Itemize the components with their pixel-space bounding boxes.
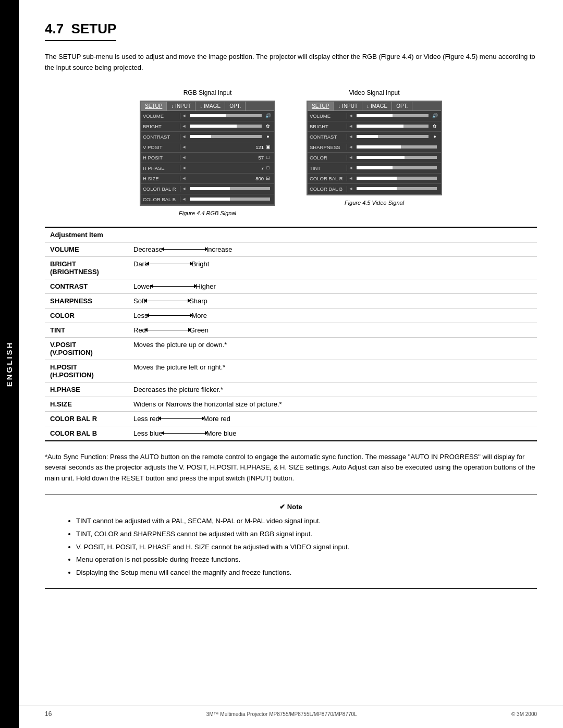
video-row-tint: TINT ◄ xyxy=(308,163,441,174)
rgb-row-vposit: V POSIT ◄ 121 ▣ xyxy=(141,142,274,153)
video-figure-caption: Figure 4.5 Video Signal xyxy=(345,200,404,206)
video-menu-tabs: SETUP ↓ INPUT ↓ IMAGE OPT. xyxy=(308,102,441,111)
auto-sync-paragraph: *Auto Sync Function: Press the AUTO butt… xyxy=(45,452,537,484)
table-row: SHARPNESS Soft Sharp xyxy=(45,293,537,308)
side-tab: ENGLISH xyxy=(0,0,19,728)
video-row-colorbalr: COLOR BAL R ◄ xyxy=(308,174,441,184)
desc-colorbalr: Less red More red xyxy=(128,411,537,426)
video-top-label: Video Signal Input xyxy=(349,89,399,96)
desc-sharpness: Soft Sharp xyxy=(128,293,537,308)
desc-colorbalb: Less blue More blue xyxy=(128,426,537,441)
item-hposit: H.POSIT(H.POSITION) xyxy=(45,360,128,382)
rgb-row-contrast: CONTRAST ◄ ● xyxy=(141,132,274,142)
rgb-row-hphase: H PHASE ◄ 7 □ xyxy=(141,163,274,174)
rgb-tab-image: ↓ IMAGE xyxy=(195,102,225,110)
item-tint: TINT xyxy=(45,323,128,337)
col-header-item: Adjustment Item xyxy=(45,227,128,242)
table-row: BRIGHT(BRIGHTNESS) Dark Bright xyxy=(45,256,537,279)
footer-product-info: 3M™ Multimedia Projector MP8755/MP8755L/… xyxy=(206,711,357,717)
item-colorbalr: COLOR BAL R xyxy=(45,411,128,426)
desc-volume: Decrease Increase xyxy=(128,242,537,256)
video-tab-opt: OPT. xyxy=(392,102,412,110)
video-row-bright: BRIGHT ◄ ✿ xyxy=(308,121,441,132)
page-title: 4.7 SETUP xyxy=(45,21,537,52)
rgb-top-label: RGB Signal Input xyxy=(183,89,232,96)
rgb-menu-tabs: SETUP ↓ INPUT ↓ IMAGE OPT. xyxy=(141,102,274,111)
item-sharpness: SHARPNESS xyxy=(45,293,128,308)
desc-hphase: Decreases the picture flicker.* xyxy=(128,382,537,397)
table-row: H.PHASE Decreases the picture flicker.* xyxy=(45,382,537,397)
footer-page-number: 16 xyxy=(45,710,52,718)
rgb-row-colorbalb: COLOR BAL B ◄ xyxy=(141,194,274,205)
item-colorbalb: COLOR BAL B xyxy=(45,426,128,441)
rgb-figure-caption: Figure 4.4 RGB Signal xyxy=(179,210,236,216)
rgb-figure-container: RGB Signal Input SETUP ↓ INPUT ↓ IMAGE O… xyxy=(140,89,275,216)
table-row: COLOR Less More xyxy=(45,308,537,323)
table-row: COLOR BAL B Less blue More blue xyxy=(45,426,537,441)
item-color: COLOR xyxy=(45,308,128,323)
video-row-sharpness: SHARPNESS ◄ xyxy=(308,142,441,153)
item-bright: BRIGHT(BRIGHTNESS) xyxy=(45,256,128,279)
desc-color: Less More xyxy=(128,308,537,323)
section-number: 4.7 xyxy=(45,21,64,36)
video-proj-menu: SETUP ↓ INPUT ↓ IMAGE OPT. VOLUME ◄ 🔊 BR… xyxy=(307,101,442,195)
video-row-colorbalb: COLOR BAL B ◄ xyxy=(308,184,441,194)
table-row: H.SIZE Widens or Narrows the horizontal … xyxy=(45,397,537,411)
rgb-row-hsize: H SIZE ◄ 800 ⊟ xyxy=(141,174,274,184)
note-title: ✔ Note xyxy=(66,503,516,511)
rgb-row-colorbalr: COLOR BAL R ◄ xyxy=(141,184,274,194)
video-row-color: COLOR ◄ xyxy=(308,153,441,163)
desc-vposit: Moves the picture up or down.* xyxy=(128,337,537,360)
item-volume: VOLUME xyxy=(45,242,128,256)
rgb-row-volume: VOLUME ◄ 🔊 xyxy=(141,111,274,121)
table-row: CONTRAST Lower Higher xyxy=(45,279,537,293)
desc-tint: Red Green xyxy=(128,323,537,337)
desc-contrast: Lower Higher xyxy=(128,279,537,293)
side-tab-label: ENGLISH xyxy=(5,341,14,387)
rgb-row-hposit: H POSIT ◄ 57 □ xyxy=(141,153,274,163)
adjustment-table-section: Adjustment Item VOLUME Decrease Increase… xyxy=(45,227,537,441)
figures-section: RGB Signal Input SETUP ↓ INPUT ↓ IMAGE O… xyxy=(45,89,537,216)
note-box: ✔ Note TINT cannot be adjusted with a PA… xyxy=(45,495,537,589)
video-row-contrast: CONTRAST ◄ ● xyxy=(308,132,441,142)
desc-hposit: Moves the picture left or right.* xyxy=(128,360,537,382)
rgb-proj-menu: SETUP ↓ INPUT ↓ IMAGE OPT. VOLUME ◄ 🔊 BR… xyxy=(140,101,275,206)
col-header-desc xyxy=(128,227,537,242)
table-row: V.POSIT(V.POSITION) Moves the picture up… xyxy=(45,337,537,360)
table-row: H.POSIT(H.POSITION) Moves the picture le… xyxy=(45,360,537,382)
list-item: Displaying the Setup menu will cancel th… xyxy=(76,567,516,578)
video-figure-container: Video Signal Input SETUP ↓ INPUT ↓ IMAGE… xyxy=(307,89,442,216)
rgb-tab-input: ↓ INPUT xyxy=(167,102,195,110)
table-row: TINT Red Green xyxy=(45,323,537,337)
video-row-volume: VOLUME ◄ 🔊 xyxy=(308,111,441,121)
list-item: V. POSIT, H. POSIT, H. PHASE and H. SIZE… xyxy=(76,542,516,553)
video-tab-input: ↓ INPUT xyxy=(334,102,362,110)
intro-paragraph: The SETUP sub-menu is used to adjust and… xyxy=(45,52,537,73)
main-content: 4.7 SETUP The SETUP sub-menu is used to … xyxy=(19,0,563,620)
item-contrast: CONTRAST xyxy=(45,279,128,293)
desc-bright: Dark Bright xyxy=(128,256,537,279)
footer-copyright: © 3M 2000 xyxy=(511,711,537,717)
list-item: TINT, COLOR and SHARPNESS cannot be adju… xyxy=(76,529,516,540)
video-tab-setup: SETUP xyxy=(308,102,334,110)
desc-hsize: Widens or Narrows the horizontal size of… xyxy=(128,397,537,411)
rgb-row-bright: BRIGHT ◄ ✿ xyxy=(141,121,274,132)
rgb-tab-setup: SETUP xyxy=(141,102,167,110)
table-row: COLOR BAL R Less red More red xyxy=(45,411,537,426)
page-footer: 16 3M™ Multimedia Projector MP8755/MP875… xyxy=(19,706,563,718)
video-tab-image: ↓ IMAGE xyxy=(362,102,392,110)
list-item: TINT cannot be adjusted with a PAL, SECA… xyxy=(76,516,516,527)
adjustment-table: Adjustment Item VOLUME Decrease Increase… xyxy=(45,227,537,441)
title-text: SETUP xyxy=(71,21,117,36)
list-item: Menu operation is not possible during fr… xyxy=(76,554,516,565)
item-hphase: H.PHASE xyxy=(45,382,128,397)
rgb-tab-opt: OPT. xyxy=(225,102,246,110)
item-vposit: V.POSIT(V.POSITION) xyxy=(45,337,128,360)
note-list: TINT cannot be adjusted with a PAL, SECA… xyxy=(66,516,516,578)
table-row: VOLUME Decrease Increase xyxy=(45,242,537,256)
item-hsize: H.SIZE xyxy=(45,397,128,411)
